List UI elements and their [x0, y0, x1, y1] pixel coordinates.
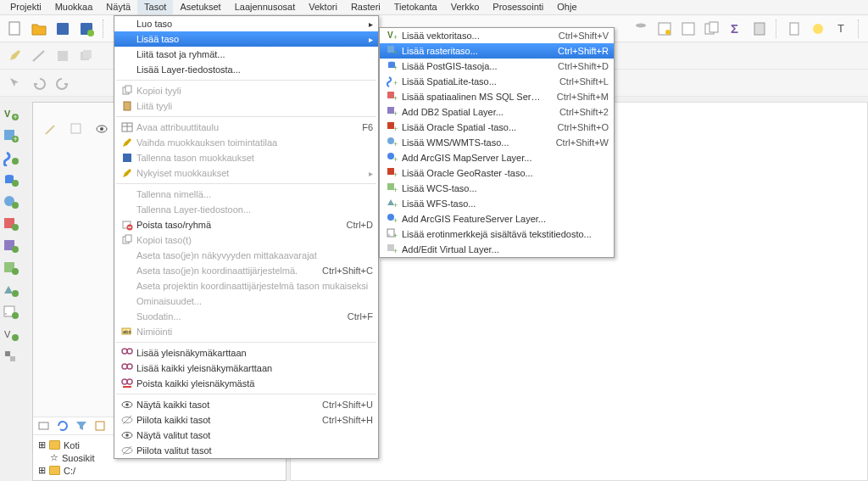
wand-icon[interactable]: [41, 119, 61, 139]
menu-vektori[interactable]: Vektori: [302, 0, 344, 14]
menu-item[interactable]: Liitä tasot ja ryhmät...: [114, 47, 378, 62]
tips-icon[interactable]: [808, 19, 828, 39]
add-postgis-icon[interactable]: [2, 171, 22, 190]
menu-item[interactable]: +Lisää SpatiaLite-taso...Ctrl+Shift+L: [380, 74, 614, 89]
menu-item[interactable]: +Lisää Oracle GeoRaster -taso...: [380, 165, 614, 181]
add-db2-icon[interactable]: [2, 238, 22, 256]
add-wfs-icon[interactable]: [2, 282, 22, 300]
menu-item[interactable]: +Lisää rasteritaso...Ctrl+Shift+R: [380, 43, 614, 59]
filter-icon[interactable]: [74, 418, 89, 433]
menu-nayta[interactable]: Näytä: [99, 0, 137, 14]
svg-rect-1: [57, 23, 69, 35]
menu-item[interactable]: +Add ArcGIS MapServer Layer...: [380, 150, 614, 165]
menu-asetukset[interactable]: Asetukset: [173, 0, 227, 14]
menu-item[interactable]: Piilota kaikki tasotCtrl+Shift+H: [114, 412, 378, 428]
edit-line-icon[interactable]: [29, 46, 49, 66]
open-project-icon[interactable]: [29, 19, 49, 39]
menu-item-label: Lisää Layer-tiedostosta...: [136, 64, 373, 75]
menu-item[interactable]: ,+Lisää erotinmerkkejä sisältävä tekstit…: [380, 227, 614, 242]
add-spatialite-icon[interactable]: [2, 149, 22, 168]
menu-shortcut: Ctrl+Shift+H: [322, 415, 373, 425]
menu-item-label: Poista taso/ryhmä: [136, 220, 333, 230]
save-as-icon[interactable]: [76, 19, 97, 39]
menu-item: Tallenna nimellä...: [114, 187, 378, 202]
menu-item[interactable]: +Add DB2 Spatial Layer...Ctrl+Shift+2: [380, 104, 614, 120]
new-project-icon[interactable]: [5, 19, 25, 39]
menu-item[interactable]: +Add ArcGIS FeatureServer Layer...: [380, 211, 614, 227]
save-project-icon[interactable]: [53, 19, 73, 39]
add-wms-icon[interactable]: [2, 193, 22, 212]
blank-icon: [120, 203, 135, 216]
menu-tasot[interactable]: Tasot: [137, 0, 173, 14]
undo-icon[interactable]: [29, 73, 49, 93]
add-virtual-icon[interactable]: V: [2, 326, 22, 344]
menu-item[interactable]: Lisää Layer-tiedostosta...: [114, 62, 378, 77]
menu-muokkaa[interactable]: Muokkaa: [48, 0, 100, 14]
svg-point-73: [125, 403, 129, 406]
menu-tietokanta[interactable]: Tietokanta: [387, 0, 444, 14]
folder-icon: [49, 440, 60, 450]
menu-item[interactable]: Lisää taso▸: [114, 31, 378, 47]
db-icon[interactable]: [631, 19, 651, 39]
menu-rasteri[interactable]: Rasteri: [344, 0, 387, 14]
ags-icon: +: [385, 212, 400, 226]
eye-panel-icon[interactable]: [92, 119, 112, 139]
svg-rect-45: [5, 351, 10, 356]
select-icon[interactable]: [5, 73, 25, 93]
menu-item[interactable]: +Lisää WFS-taso...: [380, 196, 614, 211]
calc-icon[interactable]: [749, 19, 770, 39]
menu-ohje[interactable]: Ohje: [550, 0, 583, 14]
add-new-icon[interactable]: [2, 348, 22, 366]
expand-icon[interactable]: ⊞: [38, 465, 46, 476]
menu-item[interactable]: Poista taso/ryhmäCtrl+D: [114, 217, 378, 232]
redo-icon[interactable]: [53, 73, 73, 93]
menu-item[interactable]: +Lisää Oracle Spatial -taso...Ctrl+Shift…: [380, 120, 614, 135]
menu-verkko[interactable]: Verkko: [444, 0, 487, 14]
menu-item[interactable]: Lisää yleisnäkymäkarttaan: [114, 345, 378, 361]
add-mssql-icon[interactable]: [2, 215, 22, 234]
svg-text:+: +: [393, 171, 398, 179]
add-wcs-icon[interactable]: [2, 260, 22, 278]
copy-icon: [120, 233, 135, 247]
layer-style-icon[interactable]: [654, 19, 675, 39]
menu-item[interactable]: Näytä valitut tasot: [114, 428, 378, 443]
add-raster-icon[interactable]: +: [2, 127, 22, 146]
text-annotation-icon[interactable]: T: [832, 19, 852, 39]
composer-manager-icon[interactable]: [702, 19, 722, 39]
collapse-icon[interactable]: [92, 418, 108, 433]
submenu-arrow-icon: ▸: [369, 35, 373, 44]
expand-icon[interactable]: ⊞: [38, 439, 46, 450]
sigma-icon[interactable]: Σ: [726, 19, 746, 39]
menu-item[interactable]: +Lisää WMS/WMTS-taso...Ctrl+Shift+W: [380, 135, 614, 150]
sl-icon: +: [385, 75, 400, 88]
menu-item[interactable]: +Lisää spatiaalinen MS SQL Server -taso.…: [380, 89, 614, 104]
add-vector-icon[interactable]: V+: [2, 105, 22, 124]
selectpanel-icon[interactable]: [66, 119, 86, 139]
add-csv-icon[interactable]: ,: [2, 304, 22, 322]
r-icon: +: [385, 44, 400, 58]
menu-item[interactable]: Näytä kaikki tasotCtrl+Shift+U: [114, 397, 378, 412]
save-edits-icon[interactable]: [53, 46, 73, 66]
composer-icon[interactable]: [678, 19, 698, 39]
menu-prosessointi[interactable]: Prosessointi: [486, 0, 550, 14]
menu-item[interactable]: +Lisää WCS-taso...: [380, 181, 614, 196]
menu-laajennusosat[interactable]: Laajennusosat: [228, 0, 303, 14]
clipboard-icon[interactable]: [784, 19, 804, 39]
tree-row-c[interactable]: ⊞C:/: [38, 464, 281, 477]
menu-projekti[interactable]: Projekti: [3, 0, 48, 14]
save-all-icon[interactable]: [76, 46, 97, 66]
menu-item[interactable]: Piilota valitut tasot: [114, 443, 378, 458]
menu-item[interactable]: Luo taso▸: [114, 16, 378, 31]
menu-item[interactable]: +Add/Edit Virtual Layer...: [380, 242, 614, 257]
refresh-icon[interactable]: [55, 418, 70, 433]
add-group-icon[interactable]: [36, 418, 52, 433]
menu-item: Ominaisuudet...: [114, 294, 378, 309]
menu-item[interactable]: V+Lisää vektoritaso...Ctrl+Shift+V: [380, 28, 614, 43]
menu-item[interactable]: Poista kaikki yleisnäkymästä: [114, 376, 378, 391]
menu-item[interactable]: +Lisää PostGIS-tasoja...Ctrl+Shift+D: [380, 59, 614, 74]
menu-item-label: Aseta taso(je)n näkyvyyden mittakaavaraj…: [136, 250, 373, 260]
svg-point-39: [12, 290, 19, 297]
edit-pencil-icon[interactable]: [5, 46, 25, 66]
blank-icon: [120, 279, 135, 293]
menu-item[interactable]: Lisää kaikki yleisnäkymäkarttaan: [114, 361, 378, 376]
